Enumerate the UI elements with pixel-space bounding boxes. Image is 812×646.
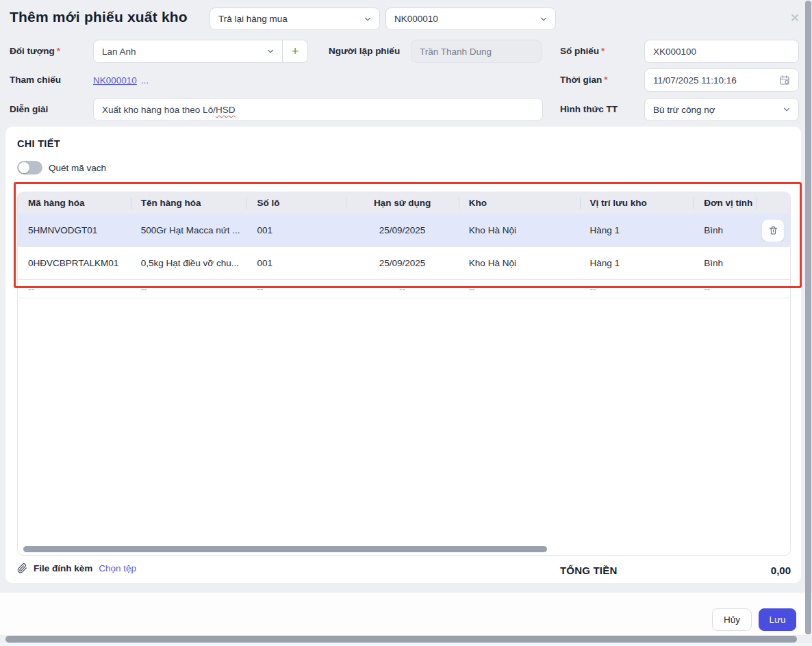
cell-lot: 001 [246, 225, 346, 235]
total-label: TỔNG TIỀN [560, 565, 617, 576]
col-header-actions [756, 192, 790, 214]
detail-card: CHI TIẾT Quét mã vạch Mã hàng hóa Tên hà… [5, 127, 801, 583]
payment-method-label: Hình thức TT [560, 98, 618, 121]
choose-file-link[interactable]: Chọn tệp [99, 563, 136, 573]
cell-expiry: 25/09/2025 [346, 225, 459, 235]
creator-value: Trần Thanh Dung [420, 47, 492, 57]
chevron-down-icon [363, 14, 372, 24]
save-button[interactable]: Lưu [759, 608, 796, 631]
col-header-name: Tên hàng hóa [131, 192, 247, 214]
description-label: Diễn giải [10, 98, 48, 121]
description-field[interactable]: Xuất kho hàng hóa theo Lô/HSD [93, 98, 543, 121]
detail-section-title: CHI TIẾT [17, 138, 60, 149]
barcode-scan-toggle[interactable] [17, 161, 42, 175]
col-header-location: Vị trí lưu kho [580, 192, 694, 214]
col-header-warehouse: Kho [459, 192, 580, 214]
export-type-select[interactable]: Trả lại hàng mua [210, 8, 380, 30]
reference-doc-select[interactable]: NK000010 [385, 8, 556, 30]
partner-select[interactable]: Lan Anh + [93, 40, 308, 63]
cancel-button[interactable]: Hủy [712, 608, 752, 631]
cell-name: 0,5kg Hạt điều vỡ chu... [131, 258, 247, 268]
cell-warehouse: Kho Hà Nội [459, 225, 580, 235]
barcode-scan-label: Quét mã vạch [49, 163, 106, 173]
vertical-scrollbar[interactable] [805, 1, 811, 634]
cell-placeholder: -- [246, 284, 346, 294]
partner-value: Lan Anh [102, 47, 266, 57]
required-asterisk: * [604, 75, 607, 85]
table-horizontal-scrollbar[interactable] [23, 546, 547, 552]
paperclip-icon [17, 563, 27, 573]
footer-bar [0, 593, 812, 635]
cell-placeholder: -- [131, 284, 247, 294]
cell-placeholder: -- [580, 284, 694, 294]
table-header-row: Mã hàng hóa Tên hàng hóa Số lô Hạn sử dụ… [18, 192, 790, 214]
cell-code: 0HĐVCBPRTALKM01 [18, 258, 131, 268]
payment-method-select[interactable]: Bù trừ công nợ [644, 98, 799, 121]
calendar-icon [779, 75, 790, 86]
required-asterisk: * [601, 46, 605, 56]
cell-lot: 001 [246, 258, 346, 268]
table-empty-row[interactable]: -- -- -- -- -- -- -- [18, 280, 790, 298]
partner-label: Đối tượng* [10, 40, 60, 63]
description-value: Xuất kho hàng hóa theo Lô/ [102, 105, 216, 115]
time-label: Thời gian* [560, 68, 608, 92]
page-title: Thêm mới phiếu xuất kho [10, 9, 188, 25]
cell-unit: Bình [694, 225, 756, 235]
slip-number-value: XK000100 [653, 47, 696, 57]
chevron-down-icon [266, 47, 275, 56]
chevron-down-icon [539, 14, 548, 24]
table-row[interactable]: 0HĐVCBPRTALKM01 0,5kg Hạt điều vỡ chu...… [18, 247, 790, 280]
detail-table: Mã hàng hóa Tên hàng hóa Số lô Hạn sử dụ… [17, 192, 791, 556]
horizontal-scrollbar[interactable] [5, 636, 797, 643]
col-header-expiry: Hạn sử dụng [346, 192, 459, 214]
slip-number-label: Số phiếu* [560, 40, 605, 63]
scrollbar-track [0, 643, 812, 646]
time-field[interactable]: 11/07/2025 11:10:16 [644, 68, 799, 92]
required-asterisk: * [57, 46, 60, 56]
cell-expiry: 25/09/2025 [346, 258, 459, 268]
cell-location: Hàng 1 [580, 225, 694, 235]
col-header-lot: Số lô [246, 192, 346, 214]
cell-placeholder: -- [18, 284, 131, 294]
reference-doc-value: NK000010 [394, 14, 539, 24]
reference-label: Tham chiếu [10, 68, 61, 92]
table-row[interactable]: 5HMNVODGT01 500Gr Hạt Macca nứt ... 001 … [18, 214, 790, 247]
delete-row-button[interactable] [761, 219, 785, 242]
toggle-knob [18, 162, 29, 173]
payment-method-value: Bù trừ công nợ [653, 105, 782, 115]
cell-warehouse: Kho Hà Nội [459, 258, 580, 268]
cell-placeholder: -- [346, 284, 459, 294]
close-icon[interactable]: ✕ [790, 12, 800, 24]
cell-name: 500Gr Hạt Macca nứt ... [131, 225, 247, 235]
total-value: 0,00 [771, 565, 791, 576]
reference-link[interactable]: NK000010 [93, 75, 137, 86]
col-header-unit: Đơn vị tính [694, 192, 756, 214]
reference-more-link[interactable]: ... [141, 75, 149, 86]
cell-unit: Bình [694, 258, 756, 268]
creator-label: Người lập phiếu [329, 40, 400, 63]
trash-icon [768, 225, 778, 235]
cell-code: 5HMNVODGT01 [18, 225, 131, 235]
creator-field: Trần Thanh Dung [411, 40, 542, 63]
slip-number-field[interactable]: XK000100 [644, 40, 799, 63]
col-header-code: Mã hàng hóa [18, 192, 131, 214]
cell-location: Hàng 1 [580, 258, 694, 268]
add-export-slip-modal: Thêm mới phiếu xuất kho Trả lại hàng mua… [0, 0, 812, 646]
cell-placeholder: -- [694, 284, 756, 294]
export-type-value: Trả lại hàng mua [218, 14, 363, 24]
attachment-label: File đính kèm [34, 563, 92, 573]
plus-icon: + [291, 44, 299, 59]
chevron-down-icon [782, 105, 791, 114]
description-value-misspelled: HSD [216, 105, 236, 115]
cell-placeholder: -- [459, 284, 580, 294]
add-partner-button[interactable]: + [282, 40, 307, 62]
time-value: 11/07/2025 11:10:16 [653, 75, 737, 86]
